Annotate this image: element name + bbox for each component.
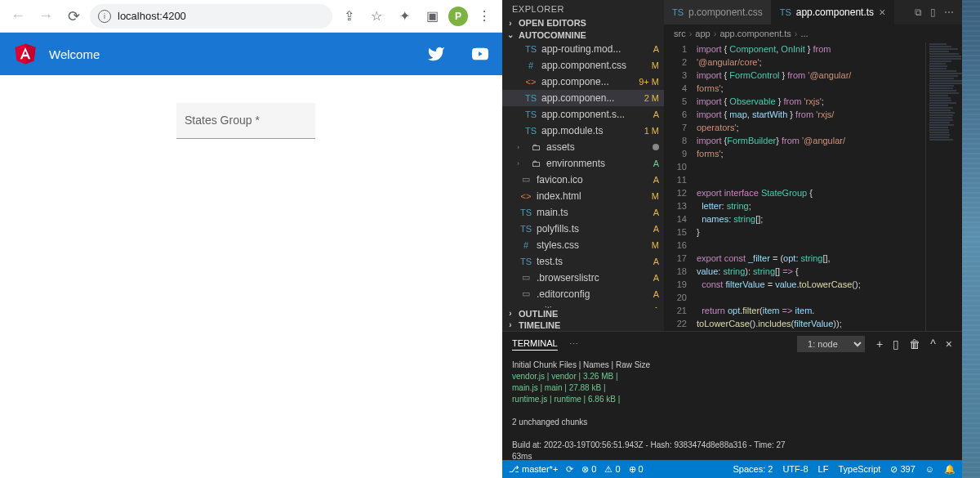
vscode-window: EXPLORER › OPEN EDITORS ⌄ AUTOCOMNINE TS… — [502, 0, 962, 478]
new-terminal-icon[interactable]: + — [876, 337, 883, 351]
file-name: styles.css — [537, 239, 635, 251]
address-bar[interactable]: i localhost:4200 — [90, 4, 332, 29]
file-status: A — [639, 44, 659, 54]
project-section[interactable]: ⌄ AUTOCOMNINE — [502, 29, 664, 41]
terminal-output[interactable]: Initial Chunk Files | Names | Raw Sizeve… — [502, 356, 962, 460]
file-row[interactable]: TStest.tsA — [502, 253, 664, 270]
close-icon[interactable]: × — [879, 6, 885, 19]
warnings-count[interactable]: ⚠ 0 — [604, 464, 620, 475]
encoding-status[interactable]: UTF-8 — [782, 464, 808, 474]
tab-label: p.component.css — [688, 7, 763, 18]
file-row[interactable]: #styles.cssM — [502, 237, 664, 253]
file-row[interactable]: <>index.htmlM — [502, 188, 664, 204]
tab-actions: ⧉ ▯ ⋯ — [915, 7, 962, 18]
desktop-background — [962, 0, 980, 478]
breadcrumb[interactable]: src›app›app.component.ts›... — [664, 25, 962, 42]
open-editors-section[interactable]: › OPEN EDITORS — [502, 17, 664, 29]
file-status: M — [639, 60, 659, 70]
page-title: Welcome — [49, 47, 416, 61]
reload-button[interactable]: ⟳ — [62, 5, 85, 28]
file-name: app.component.css — [541, 60, 635, 71]
errors-count[interactable]: ⊗ 0 — [581, 464, 596, 475]
states-group-field[interactable]: States Group * — [176, 103, 315, 139]
file-row[interactable]: TSpolyfills.tsA — [502, 221, 664, 237]
file-row[interactable]: TSmain.tsA — [502, 204, 664, 221]
share-icon[interactable]: ⇪ — [337, 5, 360, 28]
site-info-icon[interactable]: i — [98, 10, 111, 23]
profile-avatar[interactable]: P — [448, 7, 468, 26]
file-icon: <> — [520, 190, 532, 202]
notifications-icon[interactable]: 🔔 — [944, 464, 956, 475]
chevron-right-icon: › — [506, 309, 515, 318]
eol-status[interactable]: LF — [818, 464, 829, 474]
timeline-section[interactable]: › TIMELINE — [502, 319, 664, 331]
code-editor[interactable]: 1234567891011121314151617181920212223 im… — [664, 42, 962, 331]
editor-tab[interactable]: TSp.component.css — [664, 0, 772, 25]
close-icon[interactable]: × — [946, 337, 952, 351]
outline-section[interactable]: › OUTLINE — [502, 308, 664, 319]
reader-icon[interactable]: ▣ — [421, 5, 443, 28]
file-name: app.componen... — [541, 92, 635, 104]
folder-row[interactable]: ›🗀assets — [502, 139, 664, 155]
terminal-tab[interactable]: TERMINAL — [512, 338, 558, 351]
breadcrumb-item[interactable]: app — [695, 29, 710, 38]
file-row[interactable]: ▭.editorconfigA — [502, 286, 664, 302]
file-status: A — [639, 109, 659, 119]
feedback-icon[interactable]: ☺ — [925, 464, 934, 474]
menu-icon[interactable]: ⋮ — [473, 5, 496, 28]
language-status[interactable]: TypeScript — [838, 464, 880, 474]
git-branch[interactable]: ⎇ master*+ — [509, 464, 558, 475]
file-row[interactable]: TSapp.component.s...A — [502, 106, 664, 123]
file-row[interactable]: ▭favicon.icoA — [502, 172, 664, 188]
breadcrumb-item[interactable]: src — [674, 29, 686, 38]
file-row[interactable]: <>app.compone...9+ M — [502, 74, 664, 90]
file-name: app-routing.mod... — [541, 43, 635, 55]
chevron-right-icon: › — [506, 320, 515, 329]
file-status: M — [639, 240, 659, 250]
editor-tab[interactable]: TSapp.component.ts× — [772, 0, 895, 25]
file-icon: ▭ — [520, 288, 532, 300]
editor-area: TSp.component.cssTSapp.component.ts× ⧉ ▯… — [664, 0, 962, 331]
bookmark-icon[interactable]: ☆ — [365, 5, 388, 28]
port-forward[interactable]: ⊕ 0 — [629, 464, 644, 475]
file-name: index.html — [537, 190, 635, 202]
forward-button[interactable]: → — [34, 5, 57, 28]
youtube-icon[interactable] — [471, 45, 489, 63]
split-terminal-icon[interactable]: ▯ — [893, 337, 899, 351]
file-name: app.component.s... — [541, 109, 635, 120]
back-button[interactable]: ← — [7, 5, 29, 28]
folder-icon: 🗀 — [530, 141, 541, 153]
more-icon[interactable]: ⋯ — [944, 7, 954, 18]
trash-icon[interactable]: 🗑 — [909, 337, 920, 351]
file-row[interactable]: ▭.gitignoreA — [502, 302, 664, 308]
maximize-icon[interactable]: ^ — [930, 337, 936, 351]
file-row[interactable]: TSapp.module.ts1 M — [502, 123, 664, 139]
file-icon: TS — [525, 125, 537, 136]
file-row[interactable]: #app.component.cssM — [502, 57, 664, 74]
terminal-shell-select[interactable]: 1: node — [797, 336, 865, 352]
states-group-input[interactable] — [185, 115, 307, 128]
more-icon[interactable]: ⋯ — [569, 339, 578, 350]
port-status[interactable]: ⊘ 397 — [890, 464, 915, 475]
file-status: 1 M — [639, 126, 659, 136]
chevron-right-icon: › — [506, 19, 515, 28]
minimap[interactable] — [925, 42, 962, 331]
breadcrumb-item[interactable]: ... — [801, 29, 808, 38]
file-row[interactable]: TSapp-routing.mod...A — [502, 41, 664, 57]
file-name: .editorconfig — [537, 288, 635, 300]
indent-status[interactable]: Spaces: 2 — [733, 464, 773, 474]
breadcrumb-item[interactable]: app.component.ts — [719, 29, 791, 38]
extensions-icon[interactable]: ✦ — [393, 5, 416, 28]
angular-logo-icon — [13, 42, 38, 66]
file-icon: # — [525, 60, 537, 71]
file-row[interactable]: TSapp.componen...2 M — [502, 90, 664, 106]
file-status: M — [639, 191, 659, 201]
twitter-icon[interactable] — [427, 45, 445, 63]
compare-icon[interactable]: ⧉ — [915, 7, 922, 18]
folder-row[interactable]: ›🗀environmentsA — [502, 155, 664, 172]
file-icon: ▭ — [520, 305, 532, 308]
file-row[interactable]: ▭.browserslistrcA — [502, 270, 664, 286]
split-icon[interactable]: ▯ — [930, 7, 936, 18]
sync-icon[interactable]: ⟳ — [566, 464, 573, 475]
file-status: A — [639, 289, 659, 299]
